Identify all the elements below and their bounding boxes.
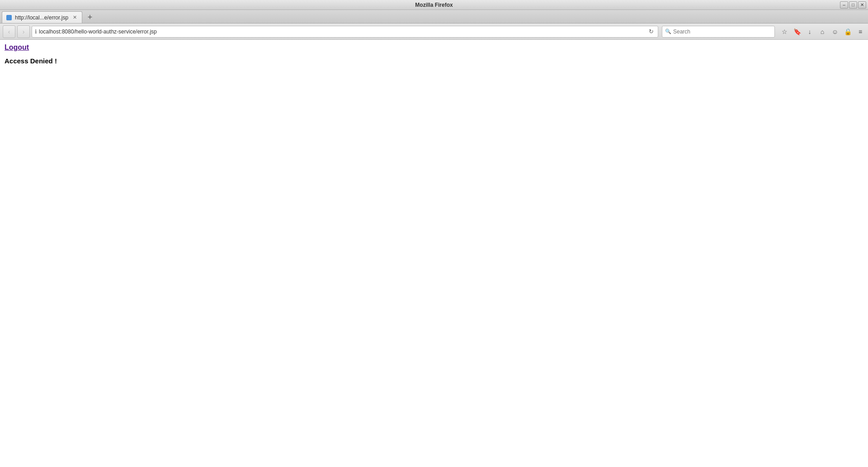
security-icon: ℹ <box>35 29 37 35</box>
bookmark-star-button[interactable]: ☆ <box>779 27 789 37</box>
search-input[interactable] <box>673 29 772 35</box>
minimize-button[interactable]: – <box>840 1 848 9</box>
back-button[interactable]: ‹ <box>3 25 15 38</box>
tab-bar: http://local...e/error.jsp ✕ + <box>0 10 868 24</box>
profile-button[interactable]: ☺ <box>830 27 840 37</box>
home-button[interactable]: ⌂ <box>817 27 827 37</box>
address-bar-container: ℹ ↻ <box>32 26 658 38</box>
bookmark-icon: 🔖 <box>793 28 801 35</box>
access-denied-text: Access Denied ! <box>5 57 57 65</box>
logout-link[interactable]: Logout <box>5 43 29 52</box>
tab-label: http://local...e/error.jsp <box>15 14 68 21</box>
person-icon: ☺ <box>832 28 838 35</box>
menu-button[interactable]: ≡ <box>855 27 865 37</box>
back-icon: ‹ <box>8 28 10 35</box>
tab-favicon <box>6 14 12 21</box>
favicon-image <box>6 15 12 20</box>
download-button[interactable]: ↓ <box>805 27 815 37</box>
toolbar-icons: ☆ 🔖 ↓ ⌂ ☺ 🔒 ≡ <box>779 27 865 37</box>
new-tab-button[interactable]: + <box>84 11 96 23</box>
address-bar[interactable] <box>39 29 645 35</box>
sync-button[interactable]: 🔒 <box>843 27 853 37</box>
bookmark-list-button[interactable]: 🔖 <box>792 27 802 37</box>
maximize-button[interactable]: □ <box>849 1 857 9</box>
active-tab[interactable]: http://local...e/error.jsp ✕ <box>2 11 82 23</box>
close-button[interactable]: ✕ <box>858 1 866 9</box>
window-title: Mozilla Firefox <box>415 2 453 8</box>
download-icon: ↓ <box>808 28 811 35</box>
search-icon: 🔍 <box>665 29 671 34</box>
page-content: Logout Access Denied ! <box>0 40 868 467</box>
menu-icon: ≡ <box>859 28 862 35</box>
reload-icon: ↻ <box>649 28 654 35</box>
lock-icon: 🔒 <box>844 28 852 35</box>
home-icon: ⌂ <box>821 28 824 35</box>
window-controls: – □ ✕ <box>840 1 866 9</box>
reload-button[interactable]: ↻ <box>647 28 655 36</box>
title-bar: Mozilla Firefox – □ ✕ <box>0 0 868 10</box>
search-bar-container: 🔍 <box>662 26 775 38</box>
forward-icon: › <box>23 28 25 35</box>
forward-button[interactable]: › <box>17 25 30 38</box>
nav-bar: ‹ › ℹ ↻ 🔍 ☆ 🔖 ↓ ⌂ <box>0 24 868 40</box>
browser-window: Mozilla Firefox – □ ✕ http://local...e/e… <box>0 0 868 467</box>
star-icon: ☆ <box>782 28 788 35</box>
tab-close-button[interactable]: ✕ <box>71 14 78 21</box>
